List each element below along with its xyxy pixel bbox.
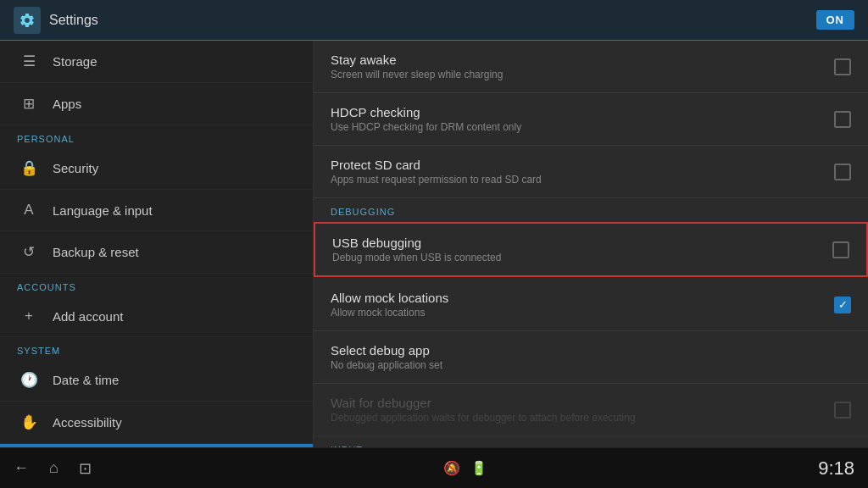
sidebar-label-security: Security [53, 161, 98, 175]
mock-subtitle: Allow mock locations [331, 307, 834, 319]
back-button[interactable]: ← [14, 459, 29, 477]
section-personal: PERSONAL [0, 125, 313, 147]
hdcp-subtitle: Use HDCP checking for DRM content only [331, 121, 834, 133]
sidebar-label-add-account: Add account [53, 309, 123, 324]
setting-wait-debugger: Wait for debugger Debugged application w… [314, 384, 868, 436]
mock-title: Allow mock locations [331, 291, 834, 305]
content-area: Stay awake Screen will never sleep while… [314, 41, 868, 447]
setting-wait-text: Wait for debugger Debugged application w… [331, 396, 834, 424]
wait-debugger-subtitle: Debugged application waits for debugger … [331, 412, 834, 424]
setting-stay-awake[interactable]: Stay awake Screen will never sleep while… [314, 41, 868, 93]
sidebar-label-storage: Storage [53, 54, 97, 69]
accessibility-icon: ✋ [17, 413, 41, 431]
input-section-header: INPUT [314, 436, 868, 447]
setting-usb-debugging[interactable]: USB debugging Debug mode when USB is con… [314, 222, 868, 277]
sidebar-label-apps: Apps [53, 97, 81, 111]
protect-sd-subtitle: Apps must request permission to read SD … [331, 174, 834, 186]
sidebar-item-backup[interactable]: ↺ Backup & reset [0, 231, 313, 274]
battery-icon: 🔋 [470, 460, 487, 476]
top-bar-title: Settings [49, 13, 98, 28]
stay-awake-subtitle: Screen will never sleep while charging [331, 69, 834, 80]
language-icon: A [17, 202, 41, 219]
setting-select-debug-app[interactable]: Select debug app No debug application se… [314, 331, 868, 384]
stay-awake-title: Stay awake [331, 53, 834, 67]
sidebar-item-accessibility[interactable]: ✋ Accessibility [0, 402, 313, 444]
protect-sd-title: Protect SD card [331, 158, 834, 172]
section-system: SYSTEM [0, 337, 313, 359]
sidebar-item-date-time[interactable]: 🕐 Date & time [0, 359, 313, 402]
setting-protect-sd[interactable]: Protect SD card Apps must request permis… [314, 146, 868, 198]
wait-debugger-title: Wait for debugger [331, 396, 834, 410]
usb-debugging-subtitle: Debug mode when USB is connected [332, 252, 832, 263]
home-button[interactable]: ⌂ [49, 459, 58, 477]
top-bar: Settings ON [0, 0, 868, 41]
usb-debugging-title: USB debugging [332, 236, 832, 250]
sidebar-item-security[interactable]: 🔒 Security [0, 147, 313, 190]
mock-locations-checkbox[interactable] [834, 297, 851, 313]
section-accounts: ACCOUNTS [0, 274, 313, 296]
debug-app-title: Select debug app [331, 343, 851, 358]
settings-icon [14, 7, 41, 34]
setting-mock-locations[interactable]: Allow mock locations Allow mock location… [314, 279, 868, 331]
debugging-section-header: DEBUGGING [314, 198, 868, 220]
usb-debugging-checkbox[interactable] [832, 241, 849, 258]
sidebar-item-add-account[interactable]: + Add account [0, 296, 313, 337]
setting-hdcp[interactable]: HDCP checking Use HDCP checking for DRM … [314, 93, 868, 146]
setting-stay-awake-text: Stay awake Screen will never sleep while… [331, 53, 834, 80]
protect-sd-checkbox[interactable] [834, 164, 851, 180]
setting-mock-text: Allow mock locations Allow mock location… [331, 291, 834, 319]
apps-icon: ⊞ [17, 95, 41, 113]
setting-usb-text: USB debugging Debug mode when USB is con… [332, 236, 832, 263]
sidebar-item-language[interactable]: A Language & input [0, 190, 313, 231]
setting-hdcp-text: HDCP checking Use HDCP checking for DRM … [331, 105, 834, 133]
main-container: ☰ Storage ⊞ Apps PERSONAL 🔒 Security A L… [0, 41, 868, 447]
sidebar-item-apps[interactable]: ⊞ Apps [0, 83, 313, 125]
wait-debugger-checkbox [834, 402, 851, 419]
hdcp-checkbox[interactable] [834, 111, 851, 128]
setting-protect-sd-text: Protect SD card Apps must request permis… [331, 158, 834, 186]
sidebar-label-date-time: Date & time [53, 373, 119, 387]
security-icon: 🔒 [17, 159, 41, 177]
sidebar-label-backup: Backup & reset [53, 245, 139, 259]
storage-icon: ☰ [17, 53, 41, 70]
bottom-bar: ← ⌂ ⊡ 🔕 🔋 9:18 [0, 447, 868, 488]
debug-app-subtitle: No debug application set [331, 359, 851, 371]
backup-icon: ↺ [17, 243, 41, 261]
date-time-icon: 🕐 [17, 371, 41, 389]
recents-button[interactable]: ⊡ [79, 459, 92, 478]
notification-icon: 🔕 [443, 460, 460, 476]
sidebar-item-storage[interactable]: ☰ Storage [0, 41, 313, 83]
add-account-icon: + [17, 308, 41, 324]
sidebar-label-accessibility: Accessibility [53, 415, 122, 430]
stay-awake-checkbox[interactable] [834, 58, 851, 75]
hdcp-title: HDCP checking [331, 105, 834, 119]
setting-debug-app-text: Select debug app No debug application se… [331, 343, 851, 371]
on-toggle[interactable]: ON [816, 10, 855, 30]
sidebar-label-language: Language & input [53, 203, 153, 218]
sidebar: ☰ Storage ⊞ Apps PERSONAL 🔒 Security A L… [0, 41, 314, 447]
clock: 9:18 [818, 458, 854, 480]
